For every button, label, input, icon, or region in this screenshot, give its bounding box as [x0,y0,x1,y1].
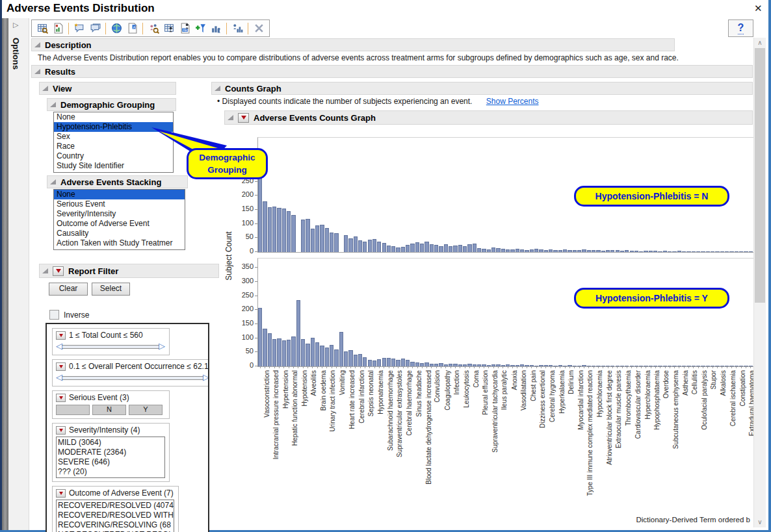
bar[interactable] [377,242,381,253]
list-item[interactable]: Serious Event [54,199,185,209]
bar[interactable] [616,250,620,252]
bar[interactable] [272,207,276,252]
bar[interactable] [425,242,428,253]
filter-list-item[interactable]: SEVERE (646) [58,457,163,467]
bar[interactable] [544,250,548,253]
bar[interactable] [625,250,629,252]
bar[interactable] [396,247,400,252]
help-button[interactable]: ? [728,19,753,37]
bar[interactable] [649,251,653,252]
bar[interactable] [277,208,281,252]
bar[interactable] [706,251,710,252]
scroll-up-icon[interactable]: ∧ [754,39,766,46]
collapse-triangle-icon[interactable] [34,69,40,74]
bar[interactable] [330,345,333,366]
bar[interactable] [348,350,352,366]
bar[interactable] [258,308,262,366]
bar[interactable] [263,201,267,252]
new-note-icon[interactable]: ★ [72,21,87,35]
bar[interactable] [287,211,291,252]
slider-track[interactable] [62,345,159,349]
bar[interactable] [534,249,538,252]
bar[interactable] [749,251,753,252]
bar[interactable] [348,238,352,252]
bar[interactable] [311,229,315,253]
filter-level-button[interactable]: Y [129,405,163,415]
bar[interactable] [549,249,553,252]
bar[interactable] [291,215,295,252]
bar[interactable] [553,250,557,252]
bar[interactable] [382,243,386,252]
bar[interactable] [516,249,519,252]
collapse-triangle-icon[interactable] [42,86,48,91]
collapse-triangle-icon[interactable] [228,115,233,120]
bar[interactable] [334,349,338,367]
bar[interactable] [682,251,686,252]
bar[interactable] [701,251,705,252]
bar[interactable] [658,251,662,252]
bar[interactable] [610,250,614,253]
bar[interactable] [520,249,524,252]
red-triangle-menu-icon[interactable] [56,331,66,340]
range-slider[interactable]: ◁▷ [56,373,209,383]
collapse-triangle-icon[interactable] [50,179,56,184]
bar[interactable] [677,251,681,252]
filter-list-item[interactable]: MILD (3064) [58,438,163,448]
bar[interactable] [467,244,471,252]
bar[interactable] [568,250,571,253]
select-button[interactable]: Select [92,283,130,296]
list-item[interactable]: Outcome of Adverse Event [54,219,185,229]
bar[interactable] [458,245,462,252]
bar[interactable] [287,340,291,366]
vertical-scrollbar[interactable]: ∧ ∨ [753,38,766,527]
filter-list-item[interactable]: RECOVERED/RESOLVED WITH [58,511,172,520]
scroll-down-icon[interactable]: ∨ [754,518,766,526]
bar[interactable] [387,246,391,252]
clear-button[interactable]: Clear [49,283,88,296]
document-bookmark-icon[interactable]: A [124,21,140,35]
bar[interactable] [501,249,505,252]
bar[interactable] [592,250,595,252]
bar[interactable] [406,245,410,252]
globe-icon[interactable] [109,21,124,35]
remove-icon[interactable] [251,21,267,35]
bar[interactable] [401,359,405,366]
bar[interactable] [692,251,696,252]
bar[interactable] [539,249,543,252]
bar[interactable] [725,251,729,252]
bar[interactable] [320,346,324,366]
bar[interactable] [686,251,690,252]
bar[interactable] [672,251,676,252]
bar[interactable] [363,357,367,366]
bar[interactable] [444,244,448,252]
bar[interactable] [644,251,647,252]
bar[interactable] [601,251,605,252]
options-rail[interactable] [8,18,29,532]
filter-list-item[interactable]: ??? (20) [58,467,163,477]
red-triangle-menu-icon[interactable] [56,426,66,435]
bar[interactable] [358,240,362,252]
bar[interactable] [301,339,305,366]
red-triangle-menu-icon[interactable] [53,266,64,276]
show-percents-link[interactable]: Show Percents [486,97,539,106]
bar[interactable] [410,362,414,366]
bar[interactable] [510,249,514,252]
bar[interactable] [729,251,733,252]
red-triangle-menu-icon[interactable] [56,489,66,498]
bar[interactable] [272,339,276,366]
collapse-triangle-icon[interactable] [50,102,56,107]
bar[interactable] [663,251,667,252]
bar[interactable] [430,244,434,252]
bar[interactable] [558,250,562,253]
list-item[interactable]: Action Taken with Study Treatmer [54,238,185,248]
options-tab[interactable]: Options [11,38,21,70]
bar[interactable] [577,250,581,253]
bar[interactable] [358,354,362,367]
red-triangle-menu-icon[interactable] [56,394,66,402]
slider-max-handle[interactable]: ▷ [203,372,209,382]
bar[interactable] [315,342,319,366]
bar[interactable] [668,251,672,252]
bar[interactable] [587,250,591,253]
filter-list-item[interactable]: RECOVERED/RESOLVED (4074 [58,501,172,511]
inverse-checkbox[interactable] [49,310,59,320]
